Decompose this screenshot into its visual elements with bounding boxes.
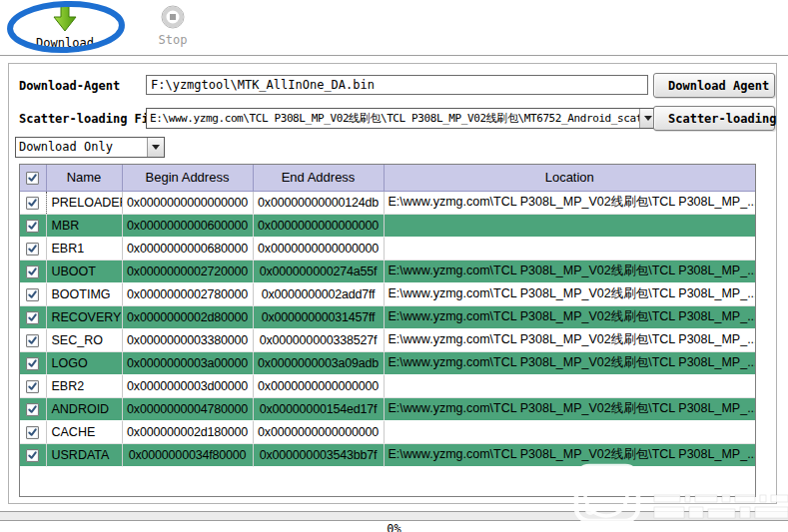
row-checkbox[interactable] <box>26 357 39 370</box>
cell-end-address: 0x000000000274a55f <box>253 260 384 282</box>
cell-partition-name: EBR2 <box>46 374 122 397</box>
download-button-label: Download <box>36 36 94 50</box>
check-icon <box>27 289 38 300</box>
row-checkbox-cell <box>20 237 46 260</box>
header-checkbox[interactable] <box>26 172 39 185</box>
cell-end-address: 0x0000000003a09adb <box>253 351 384 374</box>
progress-percent-label: 0% <box>0 522 788 532</box>
column-header-begin-address: Begin Address <box>122 165 253 191</box>
table-row[interactable]: MBR 0x0000000000600000 0x000000000000000… <box>20 214 755 237</box>
cell-partition-name: MBR <box>46 214 122 237</box>
row-checkbox[interactable] <box>26 288 39 301</box>
cell-end-address: 0x0000000002add7ff <box>253 282 384 305</box>
cell-location: E:\www.yzmg.com\TCL P308L_MP_V02线刷包\TCL … <box>384 351 755 374</box>
table-row[interactable]: EBR2 0x0000000003d00000 0x00000000000000… <box>20 374 755 397</box>
cell-location: E:\www.yzmg.com\TCL P308L_MP_V02线刷包\TCL … <box>384 328 755 351</box>
cell-begin-address: 0x0000000004780000 <box>122 397 253 420</box>
scatter-file-label: Scatter-loading File <box>19 112 164 126</box>
check-icon <box>27 358 38 369</box>
cell-partition-name: LOGO <box>46 351 122 374</box>
cell-location: E:\www.yzmg.com\TCL P308L_MP_V02线刷包\TCL … <box>384 443 755 466</box>
row-checkbox[interactable] <box>26 449 39 462</box>
flash-tool-window: Download Stop Download-Agent F:\yzmgtool… <box>0 0 788 532</box>
cell-location <box>384 214 755 237</box>
row-checkbox[interactable] <box>26 380 39 393</box>
table-row[interactable]: SEC_RO 0x0000000003380000 0x000000000338… <box>20 328 755 351</box>
check-icon <box>27 221 38 232</box>
download-agent-button-label: Download Agent <box>668 79 769 93</box>
table-row[interactable]: BOOTIMG 0x0000000002780000 0x0000000002a… <box>20 282 755 305</box>
table-row[interactable]: LOGO 0x0000000003a00000 0x0000000003a09a… <box>20 351 755 374</box>
cell-partition-name: PRELOADER <box>46 191 122 214</box>
download-agent-input[interactable]: F:\yzmgtool\MTK_AllInOne_DA.bin <box>146 75 648 95</box>
row-checkbox-cell <box>20 420 46 443</box>
row-checkbox[interactable] <box>26 334 39 347</box>
cell-end-address: 0x0000000000000000 <box>253 237 384 260</box>
row-checkbox[interactable] <box>26 243 39 256</box>
stop-button-label: Stop <box>159 33 188 47</box>
table-row[interactable]: USRDATA 0x0000000034f80000 0x00000000354… <box>20 443 755 466</box>
row-checkbox[interactable] <box>26 311 39 324</box>
table-row[interactable]: RECOVERY 0x0000000002d80000 0x0000000003… <box>20 305 755 328</box>
cell-partition-name: CACHE <box>46 420 122 443</box>
cell-end-address: 0x0000000000000000 <box>253 420 384 443</box>
cell-partition-name: SEC_RO <box>46 328 122 351</box>
check-icon <box>27 335 38 346</box>
cell-location: E:\www.yzmg.com\TCL P308L_MP_V02线刷包\TCL … <box>384 191 755 214</box>
check-icon <box>27 312 38 323</box>
row-checkbox-cell <box>20 374 46 397</box>
download-agent-button[interactable]: Download Agent <box>653 73 775 98</box>
cell-begin-address: 0x0000000003380000 <box>122 328 253 351</box>
check-icon <box>27 244 38 255</box>
row-checkbox[interactable] <box>26 266 39 278</box>
row-checkbox-cell <box>20 328 46 351</box>
column-header-end-address: End Address <box>253 165 384 191</box>
cell-location <box>384 374 755 397</box>
stop-button[interactable]: Stop <box>142 4 204 54</box>
cell-location: E:\www.yzmg.com\TCL P308L_MP_V02线刷包\TCL … <box>384 282 755 305</box>
cell-partition-name: USRDATA <box>46 443 122 466</box>
cell-begin-address: 0x0000000002720000 <box>122 260 253 282</box>
column-header-name: Name <box>46 165 122 191</box>
table-row[interactable]: EBR1 0x0000000000680000 0x00000000000000… <box>20 237 755 260</box>
cell-partition-name: RECOVERY <box>46 305 122 328</box>
check-icon <box>27 173 38 184</box>
row-checkbox-cell <box>20 191 46 214</box>
row-checkbox[interactable] <box>26 403 39 416</box>
cell-location: E:\www.yzmg.com\TCL P308L_MP_V02线刷包\TCL … <box>384 260 755 282</box>
table-header-row: Name Begin Address End Address Location <box>20 165 755 191</box>
mode-combobox[interactable]: Download Only <box>15 137 165 158</box>
table-row[interactable]: ANDROID 0x0000000004780000 0x00000000154… <box>20 397 755 420</box>
settings-panel: Download-Agent F:\yzmgtool\MTK_AllInOne_… <box>8 63 777 504</box>
cell-end-address: 0x000000003543bb7f <box>253 443 384 466</box>
chevron-down-icon <box>644 116 652 121</box>
row-checkbox-cell <box>20 443 46 466</box>
download-button[interactable]: Download <box>24 4 106 54</box>
scatter-loading-button-label: Scatter-loading <box>668 112 776 126</box>
check-icon <box>27 404 38 415</box>
cell-partition-name: BOOTIMG <box>46 282 122 305</box>
mode-combo-dropdown-button[interactable] <box>147 138 164 157</box>
cell-begin-address: 0x0000000000000000 <box>122 191 253 214</box>
row-checkbox[interactable] <box>26 197 39 210</box>
cell-begin-address: 0x0000000034f80000 <box>122 443 253 466</box>
cell-location <box>384 237 755 260</box>
table-row[interactable]: UBOOT 0x0000000002720000 0x000000000274a… <box>20 260 755 282</box>
cell-end-address: 0x00000000031457ff <box>253 305 384 328</box>
cell-end-address: 0x0000000000000000 <box>253 214 384 237</box>
cell-end-address: 0x000000000338527f <box>253 328 384 351</box>
row-checkbox-cell <box>20 260 46 282</box>
scatter-loading-button[interactable]: Scatter-loading <box>653 106 775 131</box>
row-checkbox[interactable] <box>26 426 39 439</box>
stop-icon <box>160 4 186 30</box>
cell-begin-address: 0x0000000002780000 <box>122 282 253 305</box>
table-row[interactable]: PRELOADER 0x0000000000000000 0x000000000… <box>20 191 755 214</box>
toolbar-separator <box>0 55 788 57</box>
row-checkbox-cell <box>20 214 46 237</box>
cell-partition-name: EBR1 <box>46 237 122 260</box>
scatter-file-combobox[interactable]: E:\www.yzmg.com\TCL P308L_MP_V02线刷包\TCL … <box>146 108 657 129</box>
row-checkbox[interactable] <box>26 220 39 233</box>
cell-begin-address: 0x0000000003a00000 <box>122 351 253 374</box>
partition-table: Name Begin Address End Address Location … <box>19 164 756 497</box>
table-row[interactable]: CACHE 0x000000002d180000 0x0000000000000… <box>20 420 755 443</box>
